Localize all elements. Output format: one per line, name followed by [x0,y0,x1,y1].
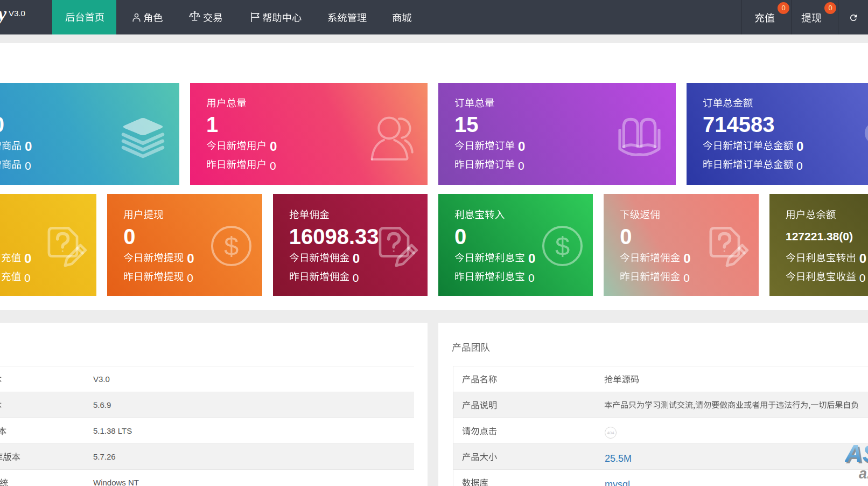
svg-text:$: $ [224,232,239,261]
svg-text:$: $ [555,232,570,261]
